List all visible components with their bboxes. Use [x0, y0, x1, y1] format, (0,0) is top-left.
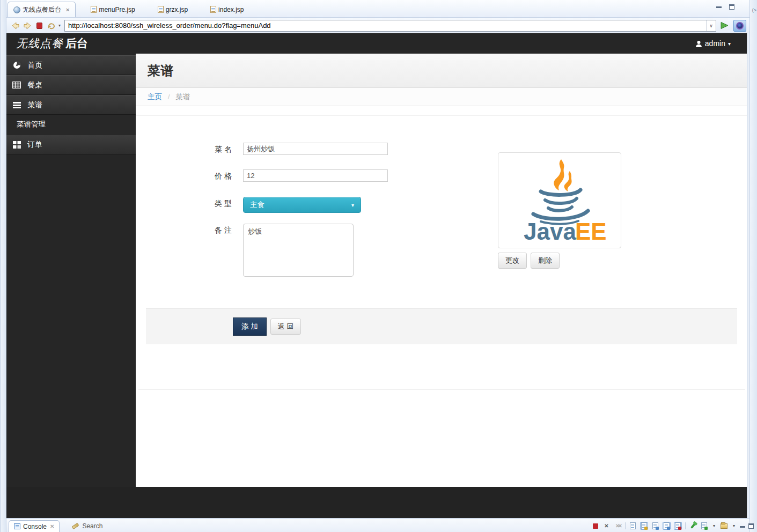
editor-tab-grzx[interactable]: grzx.jsp: [152, 2, 195, 17]
brand-script-text: 无线点餐: [16, 36, 63, 51]
editor-tab-menupre[interactable]: menuPre.jsp: [85, 2, 142, 17]
editor-tab-label: 无线点餐后台: [23, 5, 61, 14]
type-label: 类 型: [215, 197, 236, 209]
editor-tab-label: grzx.jsp: [166, 6, 188, 13]
remove-launch-icon[interactable]: ✕: [602, 522, 611, 530]
dish-image-column: Java EE 更改 删除: [498, 152, 621, 269]
url-history-dropdown-icon[interactable]: ∨: [706, 20, 716, 31]
page-title: 菜谱: [148, 62, 173, 79]
stop-icon[interactable]: [34, 20, 45, 31]
forward-icon[interactable]: [22, 20, 33, 31]
sidebar-item-menu-manage[interactable]: 菜谱管理: [6, 115, 136, 135]
brand-logo: 无线点餐 后台: [16, 36, 88, 51]
sidebar: 首页 餐桌 菜谱 菜谱管理 订单: [6, 54, 136, 487]
tab-console[interactable]: Console ✕: [9, 520, 60, 532]
maximize-panel-icon[interactable]: [748, 523, 754, 529]
terminate-icon[interactable]: [591, 522, 599, 530]
app-header: 无线点餐 后台 admin ▾: [6, 33, 747, 54]
sidebar-item-label: 餐桌: [27, 80, 42, 90]
search-tab-label: Search: [82, 522, 102, 530]
sidebar-item-label: 菜谱管理: [17, 120, 46, 129]
browser-viewport: 无线点餐 后台 admin ▾ 首页 餐桌: [6, 33, 747, 518]
jsp-file-icon: [158, 6, 164, 13]
collapsed-panel-icon[interactable]: (>: [752, 8, 756, 13]
price-label: 价 格: [215, 169, 236, 181]
close-icon[interactable]: ✕: [50, 523, 54, 529]
pin-console-icon[interactable]: [663, 522, 671, 530]
dashboard-icon: [12, 61, 21, 70]
refresh-icon[interactable]: [46, 20, 56, 31]
chevron-down-icon: ▾: [728, 41, 731, 47]
type-select[interactable]: 主食 ▾: [243, 197, 361, 213]
sidebar-item-menu[interactable]: 菜谱: [6, 95, 136, 115]
dish-name-input[interactable]: [243, 143, 388, 155]
editor-tab-index[interactable]: index.jsp: [205, 2, 251, 17]
sidebar-item-label: 菜谱: [27, 100, 42, 110]
main-content: 菜谱 主页 / 菜谱 菜 名 价 格: [136, 54, 747, 487]
sidebar-item-label: 首页: [27, 61, 42, 70]
console-toolbar: ✕ ✕✕ ▾ ▾: [591, 522, 754, 530]
dish-image: Java EE: [498, 152, 621, 248]
divider: [138, 389, 745, 390]
add-button[interactable]: 添 加: [233, 317, 267, 336]
search-pencil-icon: [72, 523, 79, 529]
sidebar-item-tables[interactable]: 餐桌: [6, 75, 136, 95]
remove-all-launches-icon[interactable]: ✕✕: [614, 522, 622, 530]
svg-text:Java: Java: [524, 218, 576, 243]
minimize-view-icon[interactable]: [716, 4, 722, 8]
word-wrap-icon[interactable]: [651, 522, 659, 530]
note-textarea[interactable]: 炒饭: [243, 224, 354, 277]
editor-tab-label: menuPre.jsp: [99, 6, 135, 13]
price-input[interactable]: [243, 169, 388, 182]
delete-image-button[interactable]: 删除: [531, 253, 560, 269]
url-bar: ∨: [64, 20, 716, 32]
brand-bold-text: 后台: [65, 36, 88, 51]
jsp-file-icon: [210, 6, 216, 13]
open-console-icon[interactable]: [720, 522, 728, 530]
sidebar-item-home[interactable]: 首页: [6, 55, 136, 75]
minimize-panel-icon[interactable]: [740, 524, 745, 528]
browser-icon[interactable]: [733, 20, 746, 32]
show-on-error-icon[interactable]: [674, 522, 682, 530]
update-image-button[interactable]: 更改: [498, 253, 527, 269]
toolbar-divider: [685, 522, 686, 529]
breadcrumb-separator: /: [168, 93, 170, 101]
clear-console-icon[interactable]: [629, 522, 637, 530]
list-icon: [12, 101, 21, 109]
chevron-down-icon: ▾: [351, 202, 354, 208]
display-console-icon[interactable]: [700, 522, 708, 530]
chevron-down-icon[interactable]: ▾: [731, 523, 737, 528]
javaee-logo: Java EE: [510, 158, 609, 243]
toolbar-divider: [625, 522, 626, 529]
type-select-value: 主食: [250, 200, 264, 210]
editor-tab-browser[interactable]: 无线点餐后台 ✕: [8, 2, 76, 17]
chevron-down-icon[interactable]: ▾: [711, 523, 717, 528]
maximize-view-icon[interactable]: [729, 4, 734, 10]
console-icon: [14, 523, 20, 529]
globe-icon: [13, 6, 20, 13]
close-icon[interactable]: ✕: [65, 7, 70, 13]
table-grid-icon: [12, 81, 21, 90]
page-footer-dark: [6, 487, 747, 518]
username: admin: [705, 39, 725, 48]
nav-dropdown-icon[interactable]: ▾: [57, 23, 62, 28]
eclipse-right-border: (>: [749, 0, 757, 532]
page-header: 菜谱: [136, 54, 747, 88]
user-menu[interactable]: admin ▾: [695, 39, 731, 48]
back-icon[interactable]: [10, 20, 21, 31]
go-icon[interactable]: [719, 20, 730, 31]
breadcrumb-home-link[interactable]: 主页: [148, 93, 162, 101]
divider: [136, 115, 747, 116]
svg-text:EE: EE: [575, 218, 607, 243]
back-button[interactable]: 返 回: [270, 319, 302, 335]
sidebar-item-orders[interactable]: 订单: [6, 135, 136, 154]
tab-search[interactable]: Search: [67, 520, 107, 532]
jsp-file-icon: [91, 6, 97, 13]
url-input[interactable]: [65, 21, 706, 31]
editor-tab-bar: 无线点餐后台 ✕ menuPre.jsp grzx.jsp index.jsp: [6, 0, 749, 18]
user-icon: [695, 40, 702, 47]
scroll-lock-icon[interactable]: [640, 522, 648, 530]
breadcrumb: 主页 / 菜谱: [136, 88, 747, 106]
form-actions-bar: 添 加 返 回: [146, 308, 737, 344]
pin-icon[interactable]: [689, 522, 697, 530]
